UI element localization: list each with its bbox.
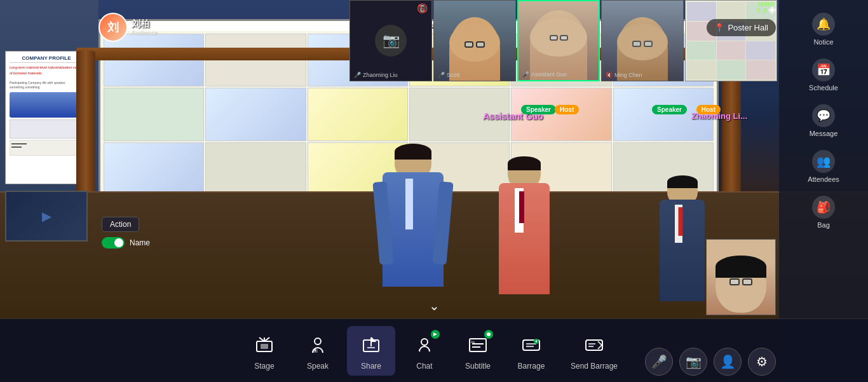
mic-toggle-button[interactable]: 🎤 — [645, 348, 673, 376]
name-toggle[interactable] — [102, 237, 125, 249]
toolbar-send-barrage[interactable]: Send Barrage — [560, 326, 628, 376]
barrage-label: Barrage — [518, 362, 545, 371]
video-thumb-ming-chen: 🔇 Ming Chen — [601, 0, 684, 81]
sidebar-notice-label: Notice — [813, 38, 833, 46]
video-name-ming-chen: Ming Chen — [614, 72, 642, 78]
svg-text:Aa: Aa — [471, 340, 475, 344]
video-name-assistant-guo: Assistant Guo — [531, 71, 567, 78]
location-pin-icon: 📍 — [714, 23, 724, 32]
sidebar-bag-label: Bag — [817, 221, 830, 229]
share-icon — [357, 331, 385, 359]
user-role: Audience — [132, 30, 158, 37]
left-monitor: ▶ — [5, 191, 88, 242]
share-label: Share — [361, 362, 381, 371]
toolbar-subtitle[interactable]: Aa Subtitle — [454, 326, 502, 376]
action-button[interactable]: Action — [102, 217, 139, 232]
send-barrage-icon — [580, 331, 608, 359]
chip-host-zhaoming: Host — [696, 105, 721, 114]
speak-label: Speak — [307, 362, 329, 371]
mic-icon: 🎤 — [651, 354, 667, 369]
user-avatar: 刘 — [98, 13, 128, 42]
video-thumb-scott: 🎤 Scot​t — [433, 0, 516, 81]
subtitle-label: Subtitle — [465, 362, 491, 371]
sidebar-attendees-label: Attendees — [808, 175, 839, 183]
name-toggle-label: Name — [130, 238, 150, 247]
settings-icon: ⚙ — [756, 354, 768, 369]
chat-icon — [410, 331, 438, 359]
user-badge: 刘 刘柏 Audience — [98, 13, 158, 42]
sidebar-schedule-label: Schedule — [809, 84, 838, 92]
settings-button[interactable]: ⚙ — [748, 348, 776, 376]
schedule-icon: 📅 — [812, 58, 835, 81]
sidebar-item-message[interactable]: 💬 Message — [779, 98, 868, 144]
subtitle-icon: Aa — [464, 331, 492, 359]
avatar-right — [655, 175, 709, 322]
video-name-zhaoming: Zhaoming Liu — [363, 72, 398, 78]
toolbar-share[interactable]: Share — [347, 326, 395, 376]
stage-label: Stage — [254, 362, 274, 371]
location-name: Poster Hall — [728, 23, 768, 32]
svg-rect-7 — [313, 349, 318, 353]
barrage-icon — [517, 331, 545, 359]
video-thumb-assistant-guo: 🎤 Assistant Guo — [517, 0, 600, 81]
self-video-preview — [706, 239, 776, 315]
svg-rect-20 — [586, 340, 602, 350]
sidebar-item-notice[interactable]: 🔔 Notice — [779, 6, 868, 52]
svg-point-15 — [487, 332, 491, 336]
camera-icon: 📷 — [686, 354, 702, 369]
chat-badge — [431, 330, 440, 339]
location-badge: 📍 Poster Hall — [707, 19, 776, 36]
chip-host-assistant: Host — [555, 105, 579, 114]
attendees-icon: 👥 — [812, 150, 835, 173]
chip-speaker-assistant: Speaker — [521, 105, 556, 114]
sidebar-item-bag[interactable]: 🎒 Bag — [779, 189, 868, 235]
sidebar-item-schedule[interactable]: 📅 Schedule — [779, 52, 868, 98]
chip-speaker-zhaoming: Speaker — [652, 105, 687, 114]
svg-rect-4 — [261, 344, 268, 349]
svg-point-5 — [315, 338, 321, 344]
top-right-icons: ◈ — [768, 3, 776, 15]
diamond-icon[interactable]: ◈ — [768, 3, 776, 15]
person-icon: 👤 — [720, 354, 736, 369]
person-button[interactable]: 👤 — [714, 348, 742, 376]
bag-icon: 🎒 — [812, 196, 835, 219]
nav-chevron-down[interactable]: ⌄ — [429, 298, 440, 313]
chat-label: Chat — [416, 362, 432, 371]
toolbar-stage[interactable]: Stage — [240, 326, 288, 376]
toolbar-barrage[interactable]: Barrage — [507, 326, 555, 376]
svg-point-10 — [421, 339, 428, 345]
send-barrage-label: Send Barrage — [571, 362, 618, 371]
stage-icon — [250, 331, 278, 359]
message-icon: 💬 — [812, 104, 835, 127]
audio-controls: 🎤 📷 👤 ⚙ — [645, 348, 776, 376]
subtitle-badge — [484, 330, 493, 339]
avatar-blue — [375, 144, 451, 322]
notice-icon: 🔔 — [812, 13, 835, 36]
sidebar-item-attendees[interactable]: 👥 Attendees — [779, 144, 868, 189]
company-poster: COMPANY PROFILE Long-term national-level… — [5, 51, 88, 184]
speak-icon — [304, 331, 332, 359]
video-thumb-zhaoming: 📷 🎤 Zhaoming Liu 📵 — [349, 0, 432, 81]
avatar-red — [492, 156, 556, 322]
user-name: 刘柏 — [132, 18, 158, 30]
toolbar-speak[interactable]: Speak — [294, 326, 342, 376]
action-controls: Action Name — [102, 217, 150, 249]
camera-toggle-button[interactable]: 📷 — [679, 348, 707, 376]
video-name-scott: Scot​t — [447, 72, 460, 78]
toolbar-chat[interactable]: Chat — [400, 326, 449, 376]
sidebar-message-label: Message — [810, 130, 838, 137]
